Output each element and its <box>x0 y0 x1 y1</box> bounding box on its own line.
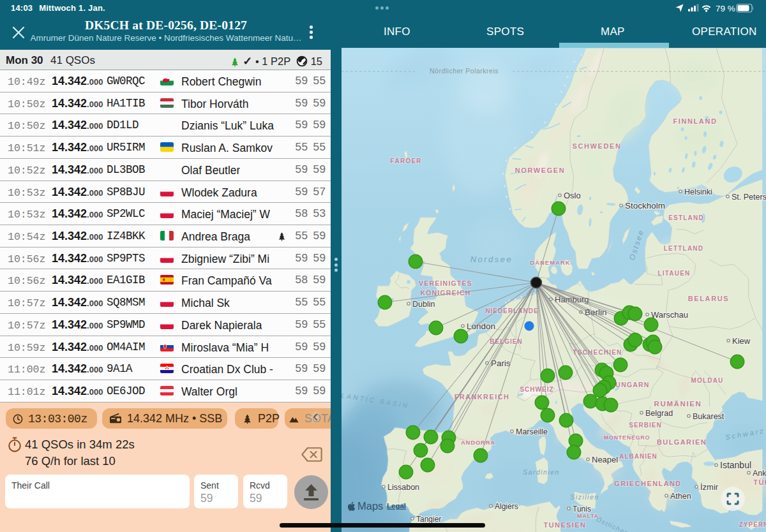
svg-text:Nordsee: Nordsee <box>470 255 513 264</box>
svg-text:Sizilien: Sizilien <box>570 493 599 501</box>
svg-text:ZYPERN: ZYPERN <box>739 521 766 528</box>
svg-text:Warschau: Warschau <box>651 310 688 320</box>
svg-text:Dublin: Dublin <box>412 300 435 309</box>
svg-text:Lissabon: Lissabon <box>387 483 419 492</box>
svg-text:BULGARIEN: BULGARIEN <box>657 438 707 446</box>
svg-text:Ank: Ank <box>753 469 766 478</box>
svg-text:Istanbul: Istanbul <box>720 460 751 470</box>
svg-text:Nördlicher Polarkreis: Nördlicher Polarkreis <box>430 67 499 75</box>
svg-text:TUNESIEN: TUNESIEN <box>544 521 587 529</box>
svg-text:SERBIEN: SERBIEN <box>629 422 661 429</box>
svg-text:Oslo: Oslo <box>564 191 581 200</box>
svg-text:Kiew: Kiew <box>732 336 751 346</box>
svg-text:SCHWEIZ: SCHWEIZ <box>520 386 553 393</box>
svg-text:Marseille: Marseille <box>516 427 548 436</box>
svg-text:İzmir: İzmir <box>700 482 719 492</box>
svg-text:NORWEGEN: NORWEGEN <box>515 166 566 174</box>
svg-text:St. Petersb: St. Petersb <box>732 193 766 202</box>
svg-text:Stockholm: Stockholm <box>625 201 665 211</box>
svg-text:Neapel: Neapel <box>592 455 618 464</box>
svg-text:Algiers: Algiers <box>495 502 518 511</box>
svg-text:ESTLAND: ESTLAND <box>668 214 704 221</box>
svg-text:ALBANIEN: ALBANIEN <box>619 453 657 460</box>
svg-text:LITAUEN: LITAUEN <box>658 270 691 277</box>
svg-text:KÖNIGREICH: KÖNIGREICH <box>420 289 470 297</box>
svg-text:Paris: Paris <box>491 358 511 368</box>
svg-text:RUMÄNIEN: RUMÄNIEN <box>654 400 702 408</box>
svg-text:Tunis: Tunis <box>573 505 591 514</box>
svg-text:FRANKREICH: FRANKREICH <box>454 393 510 401</box>
svg-text:FINNLAND: FINNLAND <box>673 117 717 125</box>
svg-text:ANDORRA: ANDORRA <box>461 439 495 446</box>
svg-text:SCHWEDEN: SCHWEDEN <box>573 142 622 150</box>
svg-text:Helsinki: Helsinki <box>684 188 712 196</box>
svg-text:Belgrad: Belgrad <box>645 409 673 418</box>
svg-text:TÜRKEI: TÜRKEI <box>753 478 766 486</box>
svg-text:MOLDAU: MOLDAU <box>691 377 723 384</box>
svg-text:VEREINIGTES: VEREINIGTES <box>419 279 472 287</box>
svg-text:FÄRÖER: FÄRÖER <box>390 157 421 165</box>
svg-text:BELARUS: BELARUS <box>688 295 729 302</box>
svg-text:LETTLAND: LETTLAND <box>664 245 703 252</box>
svg-text:MONTENEGRO: MONTENEGRO <box>604 434 650 441</box>
svg-text:GRIECHENLAND: GRIECHENLAND <box>614 480 681 487</box>
svg-text:79 %: 79 % <box>716 4 735 13</box>
svg-text:Bukarest: Bukarest <box>693 412 725 421</box>
svg-text:UNGARN: UNGARN <box>615 381 649 388</box>
svg-text:Sardinien: Sardinien <box>523 468 560 476</box>
svg-text:Athen: Athen <box>670 492 691 501</box>
svg-text:DÄNEMARK: DÄNEMARK <box>530 259 570 266</box>
svg-text:MALTA: MALTA <box>577 513 599 519</box>
svg-text:Tangier: Tangier <box>416 515 441 524</box>
